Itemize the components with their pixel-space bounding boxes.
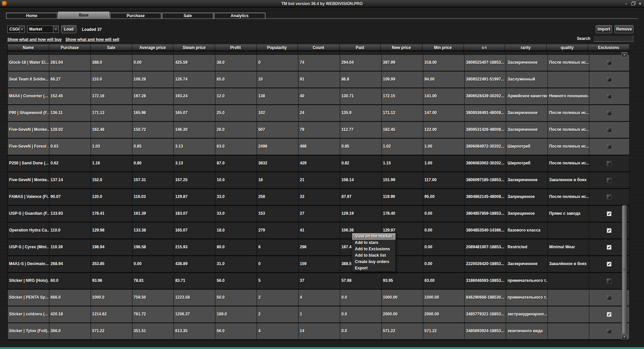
table-cell: 3808536491-48008...: [465, 105, 506, 122]
exclusion-checkbox[interactable]: ✔: [607, 262, 611, 266]
table-row[interactable]: Sticker | Tyloo (Foil)...366.0571.22351.…: [7, 323, 630, 340]
table-cell: 18.0: [215, 222, 257, 239]
table-row[interactable]: M4A4 | Converter (...152.45172.16167.281…: [7, 88, 630, 105]
table-row[interactable]: Five-SeveN | Monke...137.14152.0157.3115…: [7, 172, 630, 189]
column-header-c-i[interactable]: c-i: [464, 44, 505, 51]
exclusion-checkbox[interactable]: [607, 195, 611, 199]
column-header-paid[interactable]: Paid: [339, 44, 381, 51]
table-cell: 110.39: [49, 239, 91, 256]
search-label: Search: [543, 36, 590, 41]
table-cell: 93.96: [91, 273, 132, 290]
table-row[interactable]: Sticker | NRG (Holo)...60.093.9678.8183.…: [7, 273, 630, 290]
table-cell: Засекреченное: [506, 256, 548, 273]
context-menu-item-view-on-the-market[interactable]: View on the market: [352, 233, 395, 240]
exclusion-checkbox[interactable]: [607, 161, 611, 166]
table-cell: 128.02: [49, 122, 91, 139]
table-cell: 90.07: [49, 189, 91, 206]
table-cell: 136.11: [49, 105, 91, 122]
tab-sale[interactable]: Sale: [162, 13, 213, 18]
column-header-count[interactable]: Count: [298, 44, 339, 51]
table-cell: 133.38: [132, 222, 174, 239]
exclusion-checkbox[interactable]: [607, 329, 611, 334]
exclusion-checkbox[interactable]: [607, 111, 611, 115]
column-header-profit[interactable]: Profit: [215, 44, 257, 51]
exclusion-checkbox[interactable]: ✔: [607, 312, 611, 317]
column-header-quality[interactable]: quality: [547, 44, 588, 51]
exclusion-checkbox[interactable]: [607, 178, 611, 183]
table-row[interactable]: USP-S | Cyrex (Mini...110.39198.94196.58…: [7, 239, 630, 256]
column-header-sale[interactable]: Sale: [91, 44, 132, 51]
column-header-name[interactable]: Name: [7, 44, 49, 51]
close-icon[interactable]: ×: [639, 0, 641, 7]
column-header-popularity[interactable]: Popularity: [257, 44, 298, 51]
source-select[interactable]: Market ▼: [27, 26, 59, 33]
vertical-scrollbar[interactable]: ▲ ▼: [622, 51, 627, 340]
table-cell: 198.94: [91, 239, 132, 256]
scroll-down-button[interactable]: ▼: [622, 335, 627, 340]
load-button[interactable]: Load: [61, 25, 76, 33]
column-header-steam-price[interactable]: Steam price: [173, 44, 215, 51]
table-cell: M4A1-S | Decimato...: [7, 256, 49, 273]
table-row[interactable]: Sticker | coldzera (...420.181214.62761.…: [7, 306, 630, 323]
show-buy-link[interactable]: Show what and how will buy: [7, 37, 62, 42]
table-row[interactable]: USP-S | Guardian (F...133.93178.41161.39…: [7, 206, 630, 222]
search-input[interactable]: [593, 35, 633, 42]
tab-analytics[interactable]: Analytics: [214, 13, 265, 18]
scroll-up-button[interactable]: ▲: [622, 52, 627, 57]
table-row[interactable]: Glock-18 | Water El...281.04388.00.00425…: [7, 55, 630, 71]
exclusion-checkbox[interactable]: [607, 279, 611, 283]
table-row[interactable]: M4A1-S | Decimato...268.94353.850.00438.…: [7, 256, 630, 273]
table-cell: 420.18: [49, 306, 91, 323]
table-cell: 2000.00: [382, 306, 423, 323]
scrollbar-thumb[interactable]: [622, 205, 627, 334]
exclusion-checkbox[interactable]: ✔: [607, 228, 611, 233]
exclusion-checkbox[interactable]: [607, 295, 611, 300]
chevron-down-icon[interactable]: ▼: [53, 26, 58, 33]
table-cell: 1000.0: [91, 290, 132, 306]
context-menu-item-create-buy-orders[interactable]: Create buy orders: [352, 259, 395, 265]
context-menu-item-add-to-stars[interactable]: Add to stars: [352, 240, 395, 246]
table-row[interactable]: P90 | Shapewood (F...136.11171.13165.961…: [7, 105, 630, 122]
window-title: TM bot version 36.4 by WEBDIVISION.PRO: [0, 1, 644, 6]
column-header-rarity[interactable]: rarity: [505, 44, 547, 51]
exclusion-checkbox[interactable]: [607, 60, 611, 65]
column-header-exclusions[interactable]: Exclusions: [588, 44, 630, 51]
table-row[interactable]: P250 | Sand Dune (...0.621.160.803.1387.…: [7, 155, 630, 172]
table-cell: 3806084972-30202...: [465, 139, 506, 155]
table-row[interactable]: Seal Team 6 Soldie...66.27110.0108.28126…: [7, 71, 630, 88]
exclusion-checkbox[interactable]: [607, 144, 611, 149]
tab-base[interactable]: Base: [58, 12, 109, 18]
context-menu-item-add-to-black-list[interactable]: Add to black list: [352, 252, 395, 259]
table-row[interactable]: FAMAS | Valence (Fi...90.07120.0116.0312…: [7, 189, 630, 206]
column-header-purchase[interactable]: Purchase: [49, 44, 91, 51]
minimize-icon[interactable]: –: [625, 0, 627, 7]
table-row[interactable]: Sticker | PENTA Sp...666.01000.0759.5012…: [7, 290, 630, 306]
column-header-average-price[interactable]: Average price: [132, 44, 174, 51]
column-header-new-price[interactable]: New price: [381, 44, 422, 51]
restore-icon[interactable]: [631, 2, 635, 5]
table-row[interactable]: Five-SeveN | Monke...128.02162.46150.721…: [7, 122, 630, 139]
exclusion-checkbox[interactable]: [607, 128, 611, 132]
chevron-down-icon[interactable]: ▼: [19, 26, 24, 33]
table-cell: 14: [299, 323, 340, 340]
remove-button[interactable]: Remove: [614, 25, 634, 33]
tab-purchase[interactable]: Purchase: [110, 13, 161, 18]
exclusion-checkbox[interactable]: ✔: [607, 211, 611, 216]
table-row[interactable]: Operation Hydra Ca...110.0129.98133.3816…: [7, 222, 630, 239]
table-cell: Прямо с завода: [548, 206, 589, 222]
table-row[interactable]: Five-SeveN | Forest ...0.631.030.853.136…: [7, 139, 630, 155]
table-cell: Немного поношенн...: [548, 88, 589, 105]
table-cell: 172.15: [382, 88, 423, 105]
import-button[interactable]: Import: [596, 25, 612, 33]
context-menu-item-add-to-exclusions[interactable]: Add to Exclusions: [352, 246, 395, 252]
game-select[interactable]: CSGO ▼: [7, 26, 25, 33]
tab-home[interactable]: Home: [6, 13, 57, 18]
show-sell-link[interactable]: Show what and how will sell: [65, 37, 119, 42]
exclusion-checkbox[interactable]: [607, 94, 611, 99]
column-header-min-price[interactable]: Min price: [422, 44, 464, 51]
table-cell: 2089481007-18853...: [465, 239, 506, 256]
table-cell: 41: [299, 222, 340, 239]
exclusion-checkbox[interactable]: ✔: [607, 245, 611, 250]
exclusion-checkbox[interactable]: [607, 77, 611, 82]
context-menu-item-export[interactable]: Export: [352, 265, 395, 271]
